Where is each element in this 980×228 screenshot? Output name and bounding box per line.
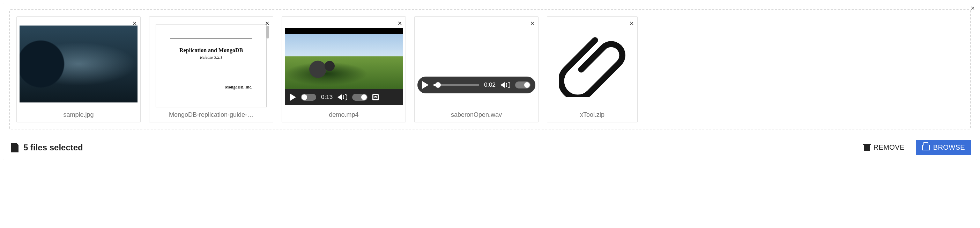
audio-time: 0:02 bbox=[484, 82, 496, 88]
remove-file-icon[interactable]: × bbox=[629, 19, 634, 27]
file-thumbnail[interactable] bbox=[550, 19, 635, 108]
file-name-label: saberonOpen.wav bbox=[415, 110, 538, 119]
document-preview: Replication and MongoDB Release 3.2.1 Mo… bbox=[156, 24, 267, 108]
remove-file-icon[interactable]: × bbox=[530, 19, 535, 27]
play-icon[interactable] bbox=[422, 81, 429, 89]
volume-icon[interactable] bbox=[501, 82, 510, 88]
file-card: × xTool.zip bbox=[547, 16, 638, 122]
selection-status: 5 files selected bbox=[23, 143, 83, 153]
file-thumbnail[interactable]: 0:13 bbox=[285, 19, 403, 108]
file-card: × Replication and MongoDB Release 3.2.1 … bbox=[149, 16, 273, 122]
browse-button[interactable]: BROWSE bbox=[916, 140, 971, 155]
file-thumbnail[interactable]: 0:02 bbox=[417, 19, 535, 108]
audio-progress-track[interactable] bbox=[433, 84, 479, 86]
file-name-label: sample.jpg bbox=[17, 110, 140, 119]
play-icon[interactable] bbox=[290, 93, 296, 101]
file-name-label: xTool.zip bbox=[547, 110, 637, 119]
clear-all-close-icon[interactable]: × bbox=[970, 5, 975, 11]
audio-controls: 0:02 bbox=[417, 77, 535, 93]
video-preview: 0:13 bbox=[285, 28, 403, 105]
preview-scrollbar[interactable] bbox=[266, 26, 269, 39]
video-controls: 0:13 bbox=[285, 89, 403, 105]
volume-knob[interactable] bbox=[515, 82, 530, 88]
dropzone[interactable]: × sample.jpg × Replication and MongoDB R… bbox=[10, 10, 970, 129]
file-name-label: MongoDB-replication-guide-… bbox=[150, 110, 273, 119]
trash-icon bbox=[864, 144, 870, 151]
file-card: × sample.jpg bbox=[16, 16, 141, 122]
volume-knob[interactable] bbox=[352, 94, 368, 101]
document-footer: MongoDB, Inc. bbox=[170, 85, 252, 90]
remove-button-label: REMOVE bbox=[873, 143, 905, 151]
remove-button[interactable]: REMOVE bbox=[858, 140, 911, 155]
browse-button-label: BROWSE bbox=[933, 143, 965, 151]
volume-icon[interactable] bbox=[337, 94, 347, 100]
document-subtitle: Release 3.2.1 bbox=[170, 55, 252, 60]
file-icon bbox=[11, 143, 19, 153]
file-name-label: demo.mp4 bbox=[282, 110, 406, 119]
video-time: 0:13 bbox=[321, 94, 332, 101]
remove-file-icon[interactable]: × bbox=[265, 19, 269, 27]
divider bbox=[170, 39, 252, 39]
video-frame bbox=[285, 34, 403, 89]
file-card: × 0:02 saberonOpen.wav bbox=[414, 16, 539, 122]
fullscreen-icon[interactable] bbox=[372, 94, 379, 100]
file-thumbnail[interactable] bbox=[19, 19, 137, 108]
remove-file-icon[interactable]: × bbox=[132, 19, 137, 27]
file-card: × 0:13 demo.mp4 bbox=[282, 16, 406, 122]
file-thumbnail[interactable]: Replication and MongoDB Release 3.2.1 Mo… bbox=[152, 19, 270, 108]
remove-file-icon[interactable]: × bbox=[398, 19, 402, 27]
attachment-icon bbox=[559, 31, 625, 97]
footer-bar: 5 files selected REMOVE BROWSE bbox=[3, 136, 977, 160]
tray-icon bbox=[922, 145, 930, 150]
progress-knob[interactable] bbox=[301, 94, 316, 101]
file-upload-panel: × × sample.jpg × Replication and MongoDB… bbox=[3, 3, 977, 160]
image-preview bbox=[19, 26, 137, 103]
document-title: Replication and MongoDB bbox=[170, 47, 252, 53]
